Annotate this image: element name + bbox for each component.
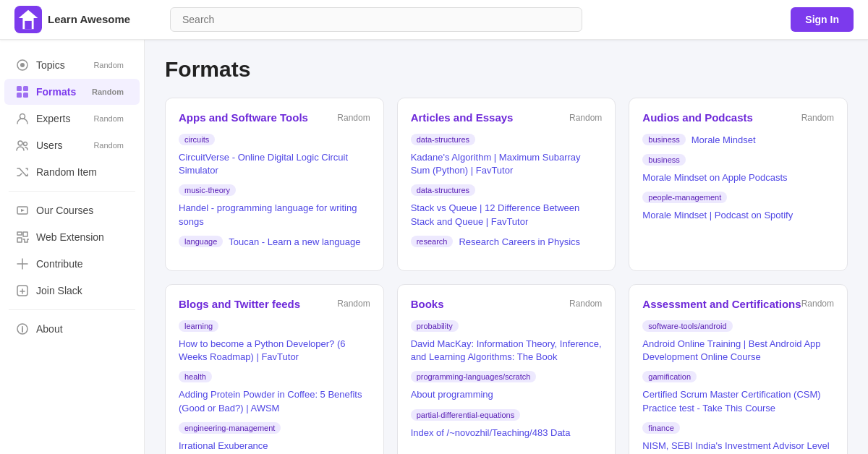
card-title[interactable]: Assessment and Certifications xyxy=(642,298,801,310)
card-item: music-theoryHandel - programming languag… xyxy=(179,184,370,228)
contribute-icon xyxy=(16,257,29,270)
card-header: Assessment and CertificationsRandom xyxy=(642,298,834,310)
card-random-button[interactable]: Random xyxy=(337,113,370,123)
card-item: data-structuresKadane's Algorithm | Maxi… xyxy=(411,134,603,177)
card-random-button[interactable]: Random xyxy=(801,299,834,309)
card-link[interactable]: Adding Protein Powder in Coffee: 5 Benef… xyxy=(179,388,370,414)
card-item: gamificationCertified Scrum Master Certi… xyxy=(642,371,834,414)
card-header: Articles and EssaysRandom xyxy=(411,111,603,124)
card-link[interactable]: David MacKay: Information Theory, Infere… xyxy=(411,338,603,364)
card-link[interactable]: CircuitVerse - Online Digital Logic Circ… xyxy=(179,151,370,177)
tag: research xyxy=(411,236,454,247)
card-link[interactable]: Android Online Training | Best Android A… xyxy=(642,338,834,364)
card-link[interactable]: Research Careers in Physics xyxy=(459,236,580,249)
header-right: Sign In xyxy=(791,7,854,32)
svg-point-4 xyxy=(20,63,25,67)
sidebar-item-about[interactable]: About xyxy=(4,316,140,342)
sidebar-experts-random[interactable]: Random xyxy=(89,113,128,124)
sidebar-topics-random[interactable]: Random xyxy=(89,59,128,71)
card-item: languageToucan - Learn a new language xyxy=(179,236,370,249)
tag: health xyxy=(179,371,212,382)
tag: music-theory xyxy=(179,184,236,196)
card-link[interactable]: Toucan - Learn a new language xyxy=(229,236,360,249)
card-title[interactable]: Articles and Essays xyxy=(411,111,514,124)
sidebar-item-random-label: Random Item xyxy=(36,166,128,178)
card-title[interactable]: Apps and Software Tools xyxy=(179,111,308,124)
card-item: people-managementMorale Mindset | Podcas… xyxy=(642,192,834,222)
card-random-button[interactable]: Random xyxy=(569,299,602,309)
tag: software-tools/android xyxy=(642,320,732,332)
card-link[interactable]: Kadane's Algorithm | Maximum Subarray Su… xyxy=(411,151,603,177)
sidebar-item-formats-label: Formats xyxy=(36,86,80,98)
tag: data-structures xyxy=(411,134,475,145)
sidebar: Topics Random Formats Random Experts Ran… xyxy=(0,40,145,454)
tag: engineering-management xyxy=(179,422,281,434)
card-link[interactable]: Morale Mindset on Apple Podcasts xyxy=(642,171,787,184)
card-random-button[interactable]: Random xyxy=(569,113,602,123)
sidebar-item-topics[interactable]: Topics Random xyxy=(4,52,140,78)
sign-in-button[interactable]: Sign In xyxy=(791,7,854,32)
cards-grid: Apps and Software ToolsRandomcircuitsCir… xyxy=(165,98,848,454)
main-content: Formats Apps and Software ToolsRandomcir… xyxy=(145,40,868,454)
sidebar-item-extension[interactable]: Web Extension xyxy=(4,224,140,250)
card-item: researchResearch Careers in Physics xyxy=(411,236,603,249)
sidebar-item-slack-label: Join Slack xyxy=(36,285,128,296)
layout: Topics Random Formats Random Experts Ran… xyxy=(0,40,868,454)
sidebar-item-contribute[interactable]: Contribute xyxy=(4,251,140,277)
card-link[interactable]: About programming xyxy=(411,388,493,401)
sidebar-item-experts[interactable]: Experts Random xyxy=(4,106,140,132)
sidebar-item-courses[interactable]: Our Courses xyxy=(4,197,140,223)
card-link[interactable]: Irrational Exuberance xyxy=(179,440,268,453)
card-link[interactable]: Morale Mindset | Podcast on Spotify xyxy=(642,209,793,222)
card-title[interactable]: Audios and Podcasts xyxy=(642,111,753,124)
tag: business xyxy=(642,154,685,166)
sidebar-item-contribute-label: Contribute xyxy=(36,258,128,270)
card-link[interactable]: How to become a Python Developer? (6 Wee… xyxy=(179,338,370,364)
users-icon xyxy=(16,139,29,152)
sidebar-item-formats[interactable]: Formats Random xyxy=(4,79,140,105)
sidebar-item-extension-label: Web Extension xyxy=(36,231,128,243)
page-title: Formats xyxy=(165,57,848,82)
card-link[interactable]: Certified Scrum Master Certification (CS… xyxy=(642,388,834,414)
slack-icon xyxy=(16,284,29,297)
tag: partial-differential-equations xyxy=(411,409,521,421)
sidebar-item-courses-label: Our Courses xyxy=(36,205,128,216)
svg-rect-6 xyxy=(23,86,28,91)
svg-rect-8 xyxy=(23,93,28,98)
card-assessment-certifications: Assessment and CertificationsRandomsoftw… xyxy=(629,284,848,454)
card-audios-podcasts: Audios and PodcastsRandombusinessMorale … xyxy=(629,98,848,271)
card-link[interactable]: Handel - programming language for writin… xyxy=(179,202,370,228)
search-input[interactable] xyxy=(170,7,582,32)
card-random-button[interactable]: Random xyxy=(337,299,370,309)
card-blogs-twitter: Blogs and Twitter feedsRandomlearningHow… xyxy=(165,284,384,454)
experts-icon xyxy=(16,112,29,125)
card-title[interactable]: Blogs and Twitter feeds xyxy=(179,298,300,310)
card-link[interactable]: Stack vs Queue | 12 Difference Between S… xyxy=(411,202,603,228)
search-bar xyxy=(170,7,582,32)
card-title[interactable]: Books xyxy=(411,298,444,310)
tag: circuits xyxy=(179,134,215,145)
sidebar-formats-random[interactable]: Random xyxy=(88,86,128,98)
sidebar-users-random[interactable]: Random xyxy=(89,140,128,151)
tag: probability xyxy=(411,320,459,332)
card-item: financeNISM, SEBI India's Investment Adv… xyxy=(642,422,834,454)
sidebar-item-users[interactable]: Users Random xyxy=(4,132,140,158)
sidebar-item-random[interactable]: Random Item xyxy=(4,159,140,185)
tag: business xyxy=(642,134,685,145)
card-link[interactable]: NISM, SEBI India's Investment Advisor Le… xyxy=(642,440,834,454)
svg-rect-7 xyxy=(17,93,22,98)
sidebar-item-topics-label: Topics xyxy=(36,59,82,71)
card-link[interactable]: Morale Mindset xyxy=(692,134,756,147)
sidebar-divider-2 xyxy=(9,309,135,310)
card-random-button[interactable]: Random xyxy=(801,113,834,123)
card-item: data-structuresStack vs Queue | 12 Diffe… xyxy=(411,184,603,228)
tag: gamification xyxy=(642,371,697,382)
sidebar-divider xyxy=(9,191,135,192)
card-link[interactable]: Index of /~novozhil/Teaching/483 Data xyxy=(411,427,571,440)
formats-icon xyxy=(16,85,29,98)
courses-icon xyxy=(16,204,29,217)
logo[interactable]: Learn Awesome xyxy=(14,6,156,33)
card-item: circuitsCircuitVerse - Online Digital Lo… xyxy=(179,134,370,177)
card-header: BooksRandom xyxy=(411,298,603,310)
sidebar-item-slack[interactable]: Join Slack xyxy=(4,278,140,304)
